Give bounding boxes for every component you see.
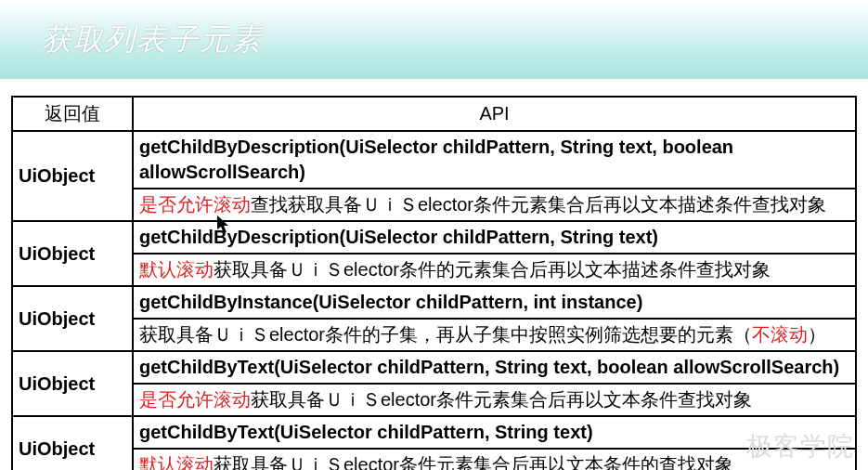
slide-title: 获取列表子元素	[42, 20, 263, 60]
description-text: 获取具备ＵｉＳelector条件元素集合后再以文本条件的查找对象	[214, 454, 733, 470]
api-cell: getChildByDescription(UiSelector childPa…	[133, 131, 856, 221]
highlight-text: 不滚动	[752, 324, 808, 345]
return-type-cell: UiObject	[12, 221, 133, 286]
highlight-text: 是否允许滚动	[139, 389, 251, 410]
description-text: 获取具备ＵｉＳelector条件的元素集合后再以文本描述条件查找对象	[214, 259, 771, 280]
api-description: 默认滚动获取具备ＵｉＳelector条件的元素集合后再以文本描述条件查找对象	[134, 255, 855, 285]
return-type-cell: UiObject	[12, 286, 133, 351]
description-text: ）	[808, 324, 826, 345]
table-row: UiObjectgetChildByDescription(UiSelector…	[12, 221, 856, 286]
api-table: 返回值 API UiObjectgetChildByDescription(Ui…	[11, 96, 857, 470]
api-signature: getChildByText(UiSelector childPattern, …	[134, 417, 855, 450]
api-description: 获取具备ＵｉＳelector条件的子集，再从子集中按照实例筛选想要的元素（不滚动…	[134, 320, 855, 350]
description-text: 获取具备ＵｉＳelector条件的子集，再从子集中按照实例筛选想要的元素（	[139, 324, 752, 345]
api-cell: getChildByDescription(UiSelector childPa…	[133, 221, 856, 286]
api-signature: getChildByInstance(UiSelector childPatte…	[134, 287, 855, 320]
api-signature: getChildByDescription(UiSelector childPa…	[134, 222, 855, 255]
api-table-wrap: 返回值 API UiObjectgetChildByDescription(Ui…	[0, 79, 868, 470]
return-type-cell: UiObject	[12, 131, 133, 221]
table-row: UiObjectgetChildByText(UiSelector childP…	[12, 351, 856, 416]
api-description: 是否允许滚动获取具备ＵｉＳelector条件元素集合后再以文本条件查找对象	[134, 385, 855, 415]
api-description: 默认滚动获取具备ＵｉＳelector条件元素集合后再以文本条件的查找对象	[134, 450, 855, 470]
return-type-cell: UiObject	[12, 351, 133, 416]
api-cell: getChildByInstance(UiSelector childPatte…	[133, 286, 856, 351]
table-row: UiObjectgetChildByInstance(UiSelector ch…	[12, 286, 856, 351]
highlight-text: 默认滚动	[139, 454, 214, 470]
api-signature: getChildByDescription(UiSelector childPa…	[134, 132, 855, 189]
api-cell: getChildByText(UiSelector childPattern, …	[133, 416, 856, 470]
description-text: 获取具备ＵｉＳelector条件元素集合后再以文本条件查找对象	[251, 389, 752, 410]
header-return: 返回值	[12, 97, 133, 131]
api-cell: getChildByText(UiSelector childPattern, …	[133, 351, 856, 416]
description-text: 查找获取具备ＵｉＳelector条件元素集合后再以文本描述条件查找对象	[251, 194, 826, 215]
header-api: API	[133, 97, 856, 131]
return-type-cell: UiObject	[12, 416, 133, 470]
api-signature: getChildByText(UiSelector childPattern, …	[134, 352, 855, 385]
highlight-text: 默认滚动	[139, 259, 214, 280]
highlight-text: 是否允许滚动	[139, 194, 251, 215]
api-description: 是否允许滚动查找获取具备ＵｉＳelector条件元素集合后再以文本描述条件查找对…	[134, 189, 855, 220]
slide-header: 获取列表子元素	[0, 0, 868, 79]
table-row: UiObjectgetChildByDescription(UiSelector…	[12, 131, 856, 221]
table-row: UiObjectgetChildByText(UiSelector childP…	[12, 416, 856, 470]
